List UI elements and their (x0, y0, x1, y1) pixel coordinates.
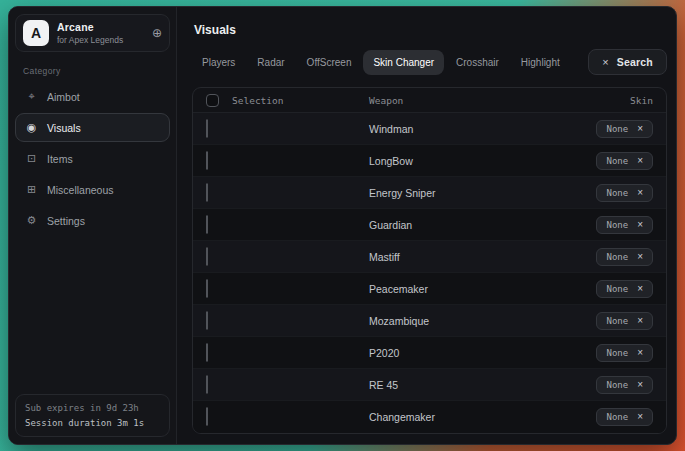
skin-select-badge[interactable]: None × (596, 120, 653, 138)
sidebar-item-label: Miscellaneous (47, 184, 114, 196)
row-selection-cell (206, 408, 369, 426)
app-header-card: A Arcane for Apex Legends ⊕ (15, 14, 170, 52)
table-row: Peacemaker None × (193, 273, 666, 305)
table-row: Guardian None × (193, 209, 666, 241)
skin-value: None (606, 284, 628, 294)
sidebar-item-visuals[interactable]: ◉ Visuals (15, 113, 170, 142)
clear-skin-icon[interactable]: × (637, 316, 643, 326)
weapon-name: Energy Sniper (369, 187, 543, 199)
skin-value: None (606, 156, 628, 166)
tab-bar: PlayersRadarOffScreenSkin ChangerCrossha… (192, 50, 570, 75)
skin-value: None (606, 252, 628, 262)
table-row: RE 45 None × (193, 369, 666, 401)
row-selection-cell (206, 344, 369, 362)
weapon-name: LongBow (369, 155, 543, 167)
toolbar: PlayersRadarOffScreenSkin ChangerCrossha… (192, 49, 667, 75)
weapon-name: Windman (369, 123, 543, 135)
clear-skin-icon[interactable]: × (637, 252, 643, 262)
sidebar-item-aimbot[interactable]: ⌖ Aimbot (15, 82, 170, 111)
weapon-header-label: Weapon (369, 95, 543, 106)
search-button-label: Search (617, 56, 653, 68)
tab-highlight[interactable]: Highlight (511, 50, 570, 75)
weapon-name: Changemaker (369, 411, 543, 423)
row-checkbox[interactable] (206, 407, 208, 426)
tab-players[interactable]: Players (192, 50, 245, 75)
row-selection-cell (206, 184, 369, 202)
aimbot-crosshair-icon: ⌖ (25, 90, 38, 103)
skin-select-badge[interactable]: None × (596, 152, 653, 170)
visuals-eye-icon: ◉ (25, 121, 38, 134)
row-selection-cell (206, 248, 369, 266)
search-clear-icon: × (602, 57, 608, 68)
sidebar-item-label: Aimbot (47, 91, 80, 103)
table-header-selection: Selection (206, 94, 369, 107)
skin-cell: None × (543, 408, 653, 426)
row-checkbox[interactable] (206, 183, 208, 202)
app-name: Arcane (57, 21, 144, 33)
skin-select-badge[interactable]: None × (596, 408, 653, 426)
clear-skin-icon[interactable]: × (637, 284, 643, 294)
skin-cell: None × (543, 344, 653, 362)
select-all-checkbox[interactable] (206, 94, 219, 107)
items-box-icon: ⊡ (25, 152, 38, 165)
sidebar-item-label: Visuals (47, 122, 81, 134)
search-button[interactable]: × Search (588, 49, 667, 75)
sidebar-item-settings[interactable]: ⚙ Settings (15, 206, 170, 235)
sidebar-item-items[interactable]: ⊡ Items (15, 144, 170, 173)
tab-crosshair[interactable]: Crosshair (446, 50, 509, 75)
table-row: Changemaker None × (193, 401, 666, 433)
skin-value: None (606, 316, 628, 326)
clear-skin-icon[interactable]: × (637, 348, 643, 358)
table-row: Mastiff None × (193, 241, 666, 273)
row-checkbox[interactable] (206, 119, 208, 138)
table-row: Windman None × (193, 113, 666, 145)
clear-skin-icon[interactable]: × (637, 380, 643, 390)
skin-select-badge[interactable]: None × (596, 248, 653, 266)
sidebar-item-miscellaneous[interactable]: ⊞ Miscellaneous (15, 175, 170, 204)
skin-cell: None × (543, 216, 653, 234)
sidebar: A Arcane for Apex Legends ⊕ Category ⌖ A… (9, 7, 177, 444)
clear-skin-icon[interactable]: × (637, 412, 643, 422)
weapon-name: Peacemaker (369, 283, 543, 295)
skin-select-badge[interactable]: None × (596, 184, 653, 202)
row-checkbox[interactable] (206, 311, 208, 330)
selection-header-label: Selection (232, 95, 283, 106)
table-header-row: Selection Weapon Skin (193, 88, 666, 113)
row-checkbox[interactable] (206, 375, 208, 394)
miscellaneous-grid-icon: ⊞ (25, 183, 38, 196)
skin-cell: None × (543, 120, 653, 138)
weapon-name: Mozambique (369, 315, 543, 327)
clear-skin-icon[interactable]: × (637, 124, 643, 134)
app-window: A Arcane for Apex Legends ⊕ Category ⌖ A… (8, 6, 677, 445)
row-checkbox[interactable] (206, 247, 208, 266)
skin-select-badge[interactable]: None × (596, 216, 653, 234)
row-checkbox[interactable] (206, 215, 208, 234)
skin-select-badge[interactable]: None × (596, 312, 653, 330)
subscription-info-card: Sub expires in 9d 23h Session duration 3… (15, 394, 170, 437)
target-icon[interactable]: ⊕ (152, 26, 162, 40)
sidebar-item-label: Settings (47, 215, 85, 227)
skin-select-badge[interactable]: None × (596, 344, 653, 362)
main-panel: Visuals PlayersRadarOffScreenSkin Change… (177, 7, 676, 444)
tab-radar[interactable]: Radar (247, 50, 294, 75)
skin-select-badge[interactable]: None × (596, 280, 653, 298)
skin-cell: None × (543, 248, 653, 266)
row-checkbox[interactable] (206, 343, 208, 362)
clear-skin-icon[interactable]: × (637, 156, 643, 166)
sub-expiry-text: Sub expires in 9d 23h (25, 403, 160, 413)
tab-offscreen[interactable]: OffScreen (297, 50, 362, 75)
skin-value: None (606, 124, 628, 134)
tab-skin-changer[interactable]: Skin Changer (363, 50, 444, 75)
row-selection-cell (206, 120, 369, 138)
app-tagline: for Apex Legends (57, 35, 144, 45)
skin-cell: None × (543, 184, 653, 202)
skin-select-badge[interactable]: None × (596, 376, 653, 394)
table-row: LongBow None × (193, 145, 666, 177)
row-selection-cell (206, 216, 369, 234)
category-label: Category (23, 66, 170, 76)
clear-skin-icon[interactable]: × (637, 220, 643, 230)
row-checkbox[interactable] (206, 151, 208, 170)
clear-skin-icon[interactable]: × (637, 188, 643, 198)
row-checkbox[interactable] (206, 279, 208, 298)
desktop-background: A Arcane for Apex Legends ⊕ Category ⌖ A… (0, 0, 685, 451)
